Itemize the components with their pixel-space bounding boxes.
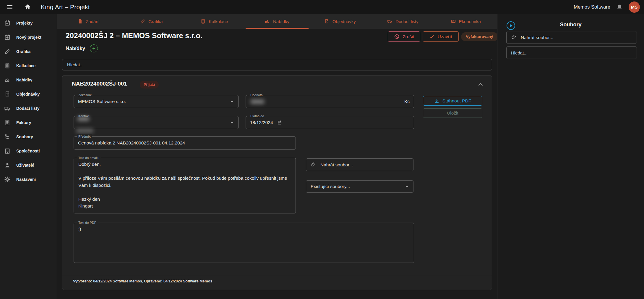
document-icon [77, 19, 83, 24]
sidebar-item-objednavky[interactable]: Objednávky [0, 87, 57, 101]
tab-nabidky[interactable]: Nabídky [246, 14, 309, 29]
chevron-up-icon [476, 80, 485, 89]
sidebar-item-label: Kalkulace [16, 63, 35, 68]
offer-card: NAB20240002ŠJ-001 Přijatá Zákazník MEMOS… [62, 75, 492, 290]
top-app-bar: King Art – Projekt Memos Software MS [0, 0, 644, 14]
pdf-text-value: :) [78, 226, 409, 233]
sidebar-item-faktury[interactable]: Faktury [0, 115, 57, 130]
files-panel: Soubory Nahrát soubor... [497, 14, 644, 299]
tab-kalkulace[interactable]: Kalkulace [183, 14, 246, 29]
save-button[interactable]: Uložit [423, 108, 482, 118]
tab-label: Nabídky [273, 19, 289, 24]
close-button-label: Uzavřít [437, 34, 452, 39]
customer-label: Zákazník [77, 93, 93, 97]
sidebar-item-label: Nový projekt [16, 35, 41, 40]
paperclip-icon [511, 35, 517, 40]
card-divider [62, 275, 492, 275]
cancel-button[interactable]: Zrušit [388, 31, 420, 42]
download-pdf-button[interactable]: Stáhnout PDF [423, 96, 482, 106]
value-label: Hodnota [249, 93, 264, 97]
sidebar-item-uzivatele[interactable]: Uživatelé [0, 158, 57, 172]
calendar-plus-icon [4, 34, 11, 41]
gear-icon [4, 176, 11, 183]
customer-select[interactable]: Zákazník MEMOS Software s.r.o. [74, 95, 239, 108]
email-text-textarea[interactable]: Text do emailu Dobrý den, V příloze Vám … [74, 158, 296, 213]
tab-dodaci-listy[interactable]: Dodací listy [372, 14, 434, 29]
building-icon [4, 148, 11, 154]
pdf-text-label: Text do PDF [77, 221, 98, 225]
files-search-input[interactable] [506, 46, 637, 59]
tab-label: Objednávky [332, 19, 356, 24]
sidebar-item-label: Grafika [16, 49, 30, 54]
sidebar-item-label: Nastavení [16, 177, 36, 182]
offers-search-input[interactable] [62, 59, 492, 70]
offers-section-header: Nabídky [66, 44, 98, 52]
subject-input[interactable]: Předmět Cenová nabídka 2 NAB20240002ŠJ-0… [74, 136, 296, 150]
existing-files-label: Existující soubory... [311, 184, 350, 189]
cancel-button-label: Zrušit [403, 34, 414, 39]
hamburger-icon [7, 4, 13, 10]
sidebar-item-label: Soubory [16, 134, 33, 139]
check-icon [429, 34, 434, 39]
calendar-icon[interactable] [277, 120, 282, 125]
valid-until-date-input[interactable]: Platná do 18/12/2024 [246, 116, 414, 129]
receipt-icon [4, 119, 11, 126]
offer-meta: Vytvořeno: 04/12/2024 Software Memos, Up… [73, 279, 212, 283]
valid-until-label: Platná do [249, 114, 265, 118]
notifications-button[interactable] [616, 4, 623, 10]
sidebar-item-nastaveni[interactable]: Nastavení [0, 172, 57, 187]
sidebar-item-label: Společnosti [16, 149, 40, 153]
existing-files-select[interactable]: Existující soubory... [306, 180, 413, 193]
home-button[interactable] [22, 2, 33, 12]
sidebar-item-label: Uživatelé [16, 163, 34, 168]
sidebar-item-novy-projekt[interactable]: Nový projekt [0, 30, 57, 44]
brush-icon [140, 19, 145, 24]
valid-until-value: 18/12/2024 [250, 120, 273, 125]
customer-value: MEMOS Software s.r.o. [78, 99, 126, 104]
email-text-value: Dobrý den, V příloze Vám posílám cenovou… [78, 161, 291, 210]
value-input[interactable]: Hodnota Kč [246, 95, 414, 108]
sidebar-item-projekty[interactable]: Projekty [0, 16, 57, 30]
upload-file-label: Nahrát soubor... [320, 162, 353, 168]
subject-value: Cenová nabídka 2 NAB20240002ŠJ-001 04.12… [78, 140, 185, 146]
sidebar-item-dodaci-listy[interactable]: Dodací listy [0, 101, 57, 115]
sidebar-item-nabidky[interactable]: Nabídky [0, 73, 57, 87]
calendar-check-icon [4, 20, 11, 26]
close-offer-button[interactable]: Uzavřít [423, 31, 459, 42]
app-title: King Art – Projekt [41, 4, 90, 11]
receipt-check-icon [324, 19, 330, 24]
sidebar-item-grafika[interactable]: Grafika [0, 44, 57, 59]
page-actions: Zrušit Uzavřít Vyfakturovaný [388, 31, 498, 42]
panel-upload-file-button[interactable]: Nahrát soubor... [506, 31, 637, 44]
subject-label: Předmět [77, 134, 92, 139]
tab-ekonomika[interactable]: Ekonomika [434, 14, 497, 29]
sidebar-item-kalkulace[interactable]: Kalkulace [0, 59, 57, 73]
tab-grafika[interactable]: Grafika [120, 14, 183, 29]
collapse-offer-button[interactable] [476, 80, 485, 89]
sidebar: Projekty Nový projekt Grafika Kalkulace … [0, 14, 57, 299]
sidebar-item-label: Nabídky [16, 78, 32, 82]
paperclip-icon [311, 162, 316, 168]
save-button-label: Uložit [447, 110, 458, 116]
sidebar-item-soubory[interactable]: Soubory [0, 130, 57, 144]
panel-upload-label: Nahrát soubor... [521, 35, 553, 40]
tab-objednavky[interactable]: Objednávky [309, 14, 372, 29]
calculator-icon [4, 62, 11, 69]
add-offer-button[interactable] [90, 44, 98, 52]
tree-icon [4, 134, 11, 140]
pdf-text-textarea[interactable]: Text do PDF :) [74, 223, 414, 263]
topbar-right: Memos Software MS [574, 1, 644, 13]
avatar[interactable]: MS [629, 1, 640, 13]
offer-code: NAB20240002ŠJ-001 [72, 81, 127, 87]
menu-button[interactable] [5, 2, 15, 12]
files-panel-header: Soubory [497, 14, 644, 30]
bell-icon [616, 4, 623, 10]
download-pdf-label: Stáhnout PDF [442, 98, 471, 104]
hand-offer-icon [4, 77, 11, 83]
redacted-value [76, 128, 93, 133]
contact-select[interactable]: Kontakt [74, 116, 239, 129]
tab-zadani[interactable]: Zadání [57, 14, 120, 29]
offer-upload-file-button[interactable]: Nahrát soubor... [306, 158, 413, 171]
sidebar-item-spolecnosti[interactable]: Společnosti [0, 144, 57, 158]
sidebar-item-label: Faktury [16, 120, 31, 125]
